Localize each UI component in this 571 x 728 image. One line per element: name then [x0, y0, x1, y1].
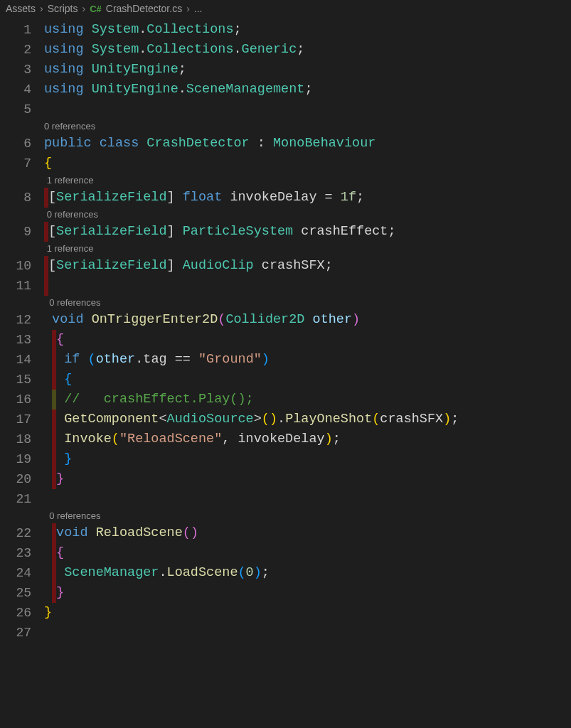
chevron-right-icon: ›: [186, 3, 190, 14]
code-line: 1 using System.Collections;: [0, 20, 571, 40]
breadcrumb-part[interactable]: ...: [194, 3, 203, 14]
codelens[interactable]: 0 references: [0, 119, 571, 134]
code-line: 26 }: [0, 603, 571, 623]
chevron-right-icon: ›: [40, 3, 43, 14]
code-line: 15 {: [0, 370, 571, 390]
code-line: 22 void ReloadScene(): [0, 523, 571, 543]
line-number: 23: [0, 543, 44, 563]
line-number: 15: [0, 370, 44, 390]
code-line: 27: [0, 623, 571, 643]
codelens[interactable]: 1 reference: [0, 242, 571, 256]
codelens[interactable]: 0 references: [0, 296, 571, 310]
line-number: 16: [0, 390, 44, 410]
code-line: 21: [0, 489, 571, 509]
line-number: 20: [0, 469, 44, 489]
codelens[interactable]: 0 references: [0, 208, 571, 222]
breadcrumb-part[interactable]: CrashDetector.cs: [106, 3, 182, 14]
line-number: 26: [0, 603, 44, 623]
line-number: 25: [0, 583, 44, 603]
code-line: 4 using UnityEngine.SceneManagement;: [0, 80, 571, 100]
line-number: 1: [0, 20, 44, 40]
code-line: 7 {: [0, 154, 571, 173]
line-number: 21: [0, 489, 44, 509]
git-modified-marker: [52, 350, 56, 370]
code-line: 19 }: [0, 449, 571, 469]
line-number: 24: [0, 563, 44, 583]
line-number: 6: [0, 134, 44, 154]
line-number: 22: [0, 523, 44, 543]
code-line: 5: [0, 100, 571, 119]
breadcrumb-part[interactable]: Assets: [6, 3, 36, 14]
git-modified-marker: [52, 449, 56, 469]
code-line: 10 [SerializeField] AudioClip crashSFX;: [0, 256, 571, 276]
code-line: 20 }: [0, 469, 571, 489]
chevron-right-icon: ›: [82, 3, 85, 14]
line-number: 2: [0, 40, 44, 60]
codelens[interactable]: 1 reference: [0, 173, 571, 188]
line-number: 7: [0, 154, 44, 173]
line-number: 10: [0, 256, 44, 276]
git-modified-marker: [44, 276, 48, 296]
code-editor[interactable]: 1 using System.Collections; 2 using Syst…: [0, 17, 571, 643]
csharp-file-icon: C#: [90, 4, 102, 14]
breadcrumb[interactable]: Assets › Scripts › C# CrashDetector.cs ›…: [0, 0, 571, 17]
code-line: 8 [SerializeField] float invokeDelay = 1…: [0, 188, 571, 208]
line-number: 3: [0, 60, 44, 80]
line-number: 18: [0, 429, 44, 449]
line-number: 4: [0, 80, 44, 100]
line-number: 5: [0, 100, 44, 119]
code-line: 18 Invoke("ReloadScene", invokeDelay);: [0, 429, 571, 449]
line-number: 8: [0, 188, 44, 208]
line-number: 14: [0, 350, 44, 370]
line-number: 11: [0, 276, 44, 296]
line-number: 9: [0, 222, 44, 242]
code-line: 14 if (other.tag == "Ground"): [0, 350, 571, 370]
line-number: 13: [0, 330, 44, 350]
code-line: 13 {: [0, 330, 571, 350]
git-modified-marker: [52, 563, 56, 583]
code-line: 17 GetComponent<AudioSource>().PlayOneSh…: [0, 410, 571, 429]
code-line: 3 using UnityEngine;: [0, 60, 571, 80]
git-modified-marker: [52, 410, 56, 429]
code-line: 11: [0, 276, 571, 296]
code-line: 9 [SerializeField] ParticleSystem crashE…: [0, 222, 571, 242]
git-modified-marker: [52, 370, 56, 390]
code-line: 16 // crashEffect.Play();: [0, 390, 571, 410]
line-number: 19: [0, 449, 44, 469]
code-line: 6 public class CrashDetector : MonoBehav…: [0, 134, 571, 154]
line-number: 12: [0, 310, 44, 330]
code-line: 24 SceneManager.LoadScene(0);: [0, 563, 571, 583]
codelens[interactable]: 0 references: [0, 509, 571, 523]
git-modified-marker: [52, 390, 56, 410]
git-modified-marker: [52, 429, 56, 449]
code-line: 2 using System.Collections.Generic;: [0, 40, 571, 60]
code-line: 23 {: [0, 543, 571, 563]
code-line: 25 }: [0, 583, 571, 603]
code-line: 12 void OnTriggerEnter2D(Collider2D othe…: [0, 310, 571, 330]
line-number: 27: [0, 623, 44, 643]
line-number: 17: [0, 410, 44, 429]
breadcrumb-part[interactable]: Scripts: [48, 3, 78, 14]
